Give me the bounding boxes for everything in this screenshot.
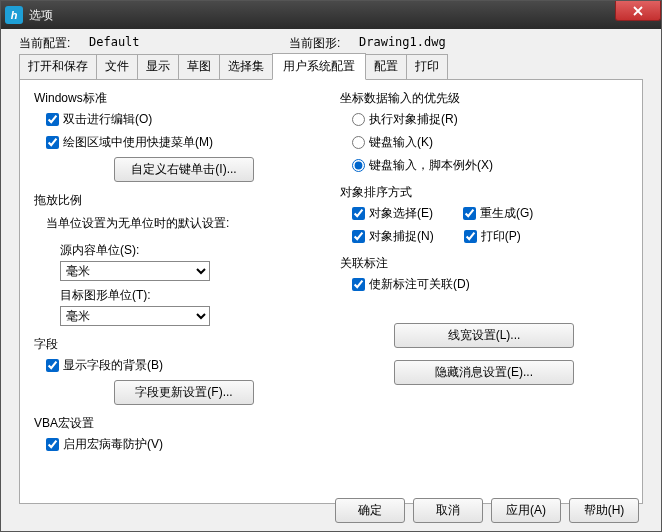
radio-keyboard-input[interactable] [352,136,365,149]
chk-field-bg[interactable]: 显示字段的背景(B) [46,357,322,374]
group-title: VBA宏设置 [34,415,322,432]
app-icon: h [5,6,23,24]
window-title: 选项 [29,7,53,24]
header-row: 当前配置: Default 当前图形: Drawing1.dwg [1,29,661,54]
radio-keyboard-label: 键盘输入(K) [369,134,433,151]
config-value: Default [89,35,289,52]
drawing-value: Drawing1.dwg [359,35,559,52]
chk-dblclick-label: 双击进行编辑(O) [63,111,152,128]
chk-print-label: 打印(P) [481,228,521,245]
chk-print[interactable]: 打印(P) [464,228,521,245]
tab-7[interactable]: 打印 [406,54,448,79]
chk-osnap[interactable]: 对象捕捉(N) [352,228,434,245]
tab-6[interactable]: 配置 [365,54,407,79]
cancel-button[interactable]: 取消 [413,498,483,523]
scale-desc: 当单位设置为无单位时的默认设置: [46,215,322,232]
group-field: 字段 显示字段的背景(B) 字段更新设置(F)... [34,336,322,405]
apply-button[interactable]: 应用(A) [491,498,561,523]
group-title: 坐标数据输入的优先级 [340,90,628,107]
radio-osnap-label: 执行对象捕捉(R) [369,111,458,128]
group-title: Windows标准 [34,90,322,107]
src-unit-select[interactable]: 毫米 [60,261,210,281]
chk-virus-label: 启用宏病毒防护(V) [63,436,163,453]
tab-2[interactable]: 显示 [137,54,179,79]
chk-assoc-input[interactable] [352,278,365,291]
tab-strip: 打开和保存文件显示草图选择集用户系统配置配置打印 [19,54,643,80]
dst-unit-label: 目标图形单位(T): [60,287,322,304]
tab-5[interactable]: 用户系统配置 [272,53,366,80]
options-window: h 选项 当前配置: Default 当前图形: Drawing1.dwg 打开… [0,0,662,532]
dst-unit-select[interactable]: 毫米 [60,306,210,326]
tab-1[interactable]: 文件 [96,54,138,79]
field-update-button[interactable]: 字段更新设置(F)... [114,380,254,405]
chk-virus-input[interactable] [46,438,59,451]
close-button[interactable] [615,1,661,21]
chk-virus[interactable]: 启用宏病毒防护(V) [46,436,322,453]
help-button[interactable]: 帮助(H) [569,498,639,523]
titlebar[interactable]: h 选项 [1,1,661,29]
src-unit-label: 源内容单位(S): [60,242,322,259]
config-label: 当前配置: [19,35,89,52]
chk-context-menu[interactable]: 绘图区域中使用快捷菜单(M) [46,134,322,151]
chk-regen[interactable]: 重生成(G) [463,205,533,222]
tab-4[interactable]: 选择集 [219,54,273,79]
chk-field-bg-input[interactable] [46,359,59,372]
tab-content: Windows标准 双击进行编辑(O) 绘图区域中使用快捷菜单(M) 自定义右键… [19,80,643,504]
close-icon [632,6,644,16]
radio-keyboard-except[interactable]: 键盘输入，脚本例外(X) [352,157,628,174]
right-column: 坐标数据输入的优先级 执行对象捕捉(R) 键盘输入(K) 键盘输入，脚本例外(X… [340,90,628,493]
tab-3[interactable]: 草图 [178,54,220,79]
chk-assoc-label: 使新标注可关联(D) [369,276,470,293]
chk-context-input[interactable] [46,136,59,149]
group-vba: VBA宏设置 启用宏病毒防护(V) [34,415,322,453]
group-assoc: 关联标注 使新标注可关联(D) [340,255,628,293]
left-column: Windows标准 双击进行编辑(O) 绘图区域中使用快捷菜单(M) 自定义右键… [34,90,322,493]
footer-buttons: 确定 取消 应用(A) 帮助(H) [335,498,639,523]
chk-regen-input[interactable] [463,207,476,220]
group-sort: 对象排序方式 对象选择(E) 重生成(G) 对象捕捉(N) 打印(P) [340,184,628,245]
tab-0[interactable]: 打开和保存 [19,54,97,79]
lineweight-button[interactable]: 线宽设置(L)... [394,323,574,348]
group-windows-std: Windows标准 双击进行编辑(O) 绘图区域中使用快捷菜单(M) 自定义右键… [34,90,322,182]
group-title: 字段 [34,336,322,353]
radio-osnap-input[interactable] [352,113,365,126]
radio-keyboard-except-input[interactable] [352,159,365,172]
radio-osnap[interactable]: 执行对象捕捉(R) [352,111,628,128]
custom-rightclick-button[interactable]: 自定义右键单击(I)... [114,157,254,182]
chk-obj-select-input[interactable] [352,207,365,220]
group-scale: 拖放比例 当单位设置为无单位时的默认设置: 源内容单位(S): 毫米 目标图形单… [34,192,322,326]
chk-obj-select[interactable]: 对象选择(E) [352,205,433,222]
chk-dblclick-edit[interactable]: 双击进行编辑(O) [46,111,322,128]
chk-osnap-input[interactable] [352,230,365,243]
chk-print-input[interactable] [464,230,477,243]
group-title: 关联标注 [340,255,628,272]
drawing-label: 当前图形: [289,35,359,52]
chk-osnap-label: 对象捕捉(N) [369,228,434,245]
radio-keyboard-except-label: 键盘输入，脚本例外(X) [369,157,493,174]
group-priority: 坐标数据输入的优先级 执行对象捕捉(R) 键盘输入(K) 键盘输入，脚本例外(X… [340,90,628,174]
chk-field-bg-label: 显示字段的背景(B) [63,357,163,374]
hidden-msg-button[interactable]: 隐藏消息设置(E)... [394,360,574,385]
ok-button[interactable]: 确定 [335,498,405,523]
chk-regen-label: 重生成(G) [480,205,533,222]
chk-assoc-dim[interactable]: 使新标注可关联(D) [352,276,628,293]
group-title: 拖放比例 [34,192,322,209]
chk-obj-select-label: 对象选择(E) [369,205,433,222]
radio-keyboard[interactable]: 键盘输入(K) [352,134,628,151]
chk-context-label: 绘图区域中使用快捷菜单(M) [63,134,213,151]
group-title: 对象排序方式 [340,184,628,201]
chk-dblclick-input[interactable] [46,113,59,126]
